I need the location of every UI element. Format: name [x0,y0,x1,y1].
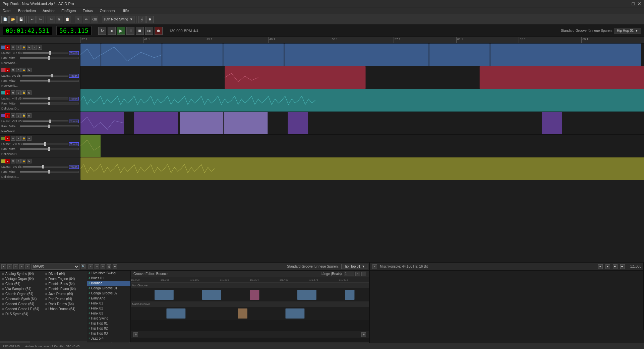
track-solo-5[interactable]: S [16,136,21,141]
groove-item-3[interactable]: AConga Groove 01 [87,286,130,291]
track-solo-2[interactable]: S [16,68,21,72]
swing-dropdown[interactable]: 16th Note Swing ▼ [102,16,134,23]
track-fx-2[interactable]: fx [27,68,32,72]
groove-close[interactable]: ✕ [89,264,93,269]
pan-slider-4[interactable] [20,125,79,127]
track-more-1[interactable]: ▸ [38,45,42,50]
groove-zoom-in[interactable]: + [355,272,360,276]
instrument-btn1[interactable]: ← [7,264,12,269]
instrument-0[interactable]: Analog Synths (64) [1,271,43,276]
track-color-5[interactable] [1,137,5,140]
erase-tool[interactable]: ⌫ [91,16,98,23]
record-transport-btn[interactable]: ⏺ [155,27,163,35]
track-fx-4[interactable]: fx [27,113,32,118]
stop-btn[interactable]: ⏹ [136,27,144,35]
groove-item-8[interactable]: AFunk 03 [87,311,130,316]
track-rec-6[interactable]: ● [5,159,10,163]
track-lock-6[interactable]: 🔒 [21,159,26,163]
instrument-16[interactable]: Urban Drums (64) [44,306,86,311]
groove-item-0[interactable]: A16th Note Swing [87,271,130,276]
track-color-2[interactable] [1,68,5,72]
touch-badge-4[interactable]: Touch [69,120,79,123]
menu-item-hilfe[interactable]: Hilfe [120,9,130,13]
instrument-7[interactable]: Concert Grand LE (64) [1,306,43,311]
vol-slider-6[interactable] [22,166,68,168]
groove-item-4[interactable]: AConga Groove 02 [87,291,130,296]
instrument-3[interactable]: Vita Sampler (64) [1,286,43,291]
instrument-14[interactable]: Pop Drums (64) [44,296,86,301]
pan-slider-5[interactable] [20,148,79,150]
groove-selector-dropdown[interactable]: Hip Hop 01 ▼ [614,28,641,33]
instrument-1[interactable]: Vintage Organ (64) [1,276,43,281]
menu-item-optionen[interactable]: Optionen [99,9,116,13]
pan-slider-2[interactable] [20,80,79,82]
groove-item-9[interactable]: AHard Swing [87,316,130,321]
groove-btn1[interactable]: ≡ [95,264,99,269]
loop-btn[interactable]: ↻ [98,27,106,35]
menu-item-einfügen[interactable]: Einfügen [60,9,77,13]
track-fx-3[interactable]: fx [27,90,32,95]
menu-item-bearbeiten[interactable]: Bearbeiten [17,9,37,13]
groove-btn4[interactable]: ↩ [113,264,117,269]
groove-item-7[interactable]: AFunk 02 [87,306,130,311]
paste-button[interactable]: 📋 [64,16,71,23]
select-tool[interactable]: ↖ [75,16,82,23]
groove-item-1[interactable]: ABlues 01 [87,276,130,281]
skip-fwd-btn[interactable]: ⏭ [145,27,153,35]
track-rec-1[interactable]: ● [5,45,10,50]
track-lock-2[interactable]: 🔒 [21,68,26,72]
groove-item-11[interactable]: AHip Hop 02 [87,326,130,331]
track-fx-6[interactable]: fx [27,159,32,163]
track-mute-2[interactable]: M [11,68,15,72]
vol-slider-4[interactable] [22,120,68,122]
close-button[interactable]: ✕ [637,1,641,6]
mixer-transport-end[interactable]: ⏭ [620,264,625,269]
groove-item-10[interactable]: AHip Hop 01 [87,321,130,326]
track-lock-4[interactable]: 🔒 [21,113,26,118]
track-solo-3[interactable]: S [16,90,21,95]
track-mute-3[interactable]: M [11,90,15,95]
track-color-1[interactable] [1,46,5,49]
instrument-5[interactable]: Cinematic Synth (64) [1,296,43,301]
instrument-15[interactable]: Rock Drums (64) [44,301,86,306]
instrument-search[interactable]: 🔍 [81,264,85,269]
track-rec-5[interactable]: ● [5,136,10,141]
track-color-3[interactable] [1,91,5,94]
track-fx-5[interactable]: fx [27,136,32,141]
menu-item-extras[interactable]: Extras [81,9,94,13]
track-solo-6[interactable]: S [16,159,21,163]
new-button[interactable]: 📄 [1,16,9,23]
instrument-12[interactable]: Electric Piano (64) [44,286,86,291]
groove-std-dropdown[interactable]: Hip Hop 01 ▼ [341,264,367,269]
groove-item-6[interactable]: AFunk 01 [87,301,130,306]
track-lock-5[interactable]: 🔒 [21,136,26,141]
track-mute-1[interactable]: M [11,45,15,50]
mixer-transport-play[interactable]: ▶ [605,264,610,269]
touch-badge-6[interactable]: Touch [69,165,79,169]
groove-item-5[interactable]: AEarly And [87,296,130,301]
track-rec-3[interactable]: ● [5,90,10,95]
touch-badge-1[interactable]: Touch [69,51,79,55]
track-fx-1[interactable]: fx [27,45,32,50]
instrument-8[interactable]: DLS Synth (64) [1,311,43,317]
instrument-11[interactable]: Electric Bass (64) [44,281,86,286]
instrument-9[interactable]: DN-e4 (64) [44,271,86,276]
instrument-2[interactable]: Choir (64) [1,281,43,286]
pan-slider-1[interactable] [20,57,79,59]
minimize-button[interactable]: ─ [626,1,629,6]
vol-slider-1[interactable] [22,52,68,54]
instrument-10[interactable]: Drum Engine (64) [44,276,86,281]
maximize-button[interactable]: □ [632,1,635,6]
pan-slider-6[interactable] [20,171,79,173]
track-color-6[interactable] [1,159,5,163]
vol-slider-5[interactable] [22,143,68,145]
instrument-btn3[interactable]: + [19,264,24,269]
groove-length-input[interactable] [344,272,354,276]
vol-slider-3[interactable] [22,97,68,99]
copy-button[interactable]: ⎘ [56,16,63,23]
instrument-category[interactable]: MAGIX [32,264,79,270]
vol-slider-2[interactable] [22,75,68,77]
touch-badge-2[interactable]: Touch [69,74,79,78]
play-btn[interactable]: ▶ [117,27,125,35]
mixer-transport-rew[interactable]: ⏮ [598,264,603,269]
